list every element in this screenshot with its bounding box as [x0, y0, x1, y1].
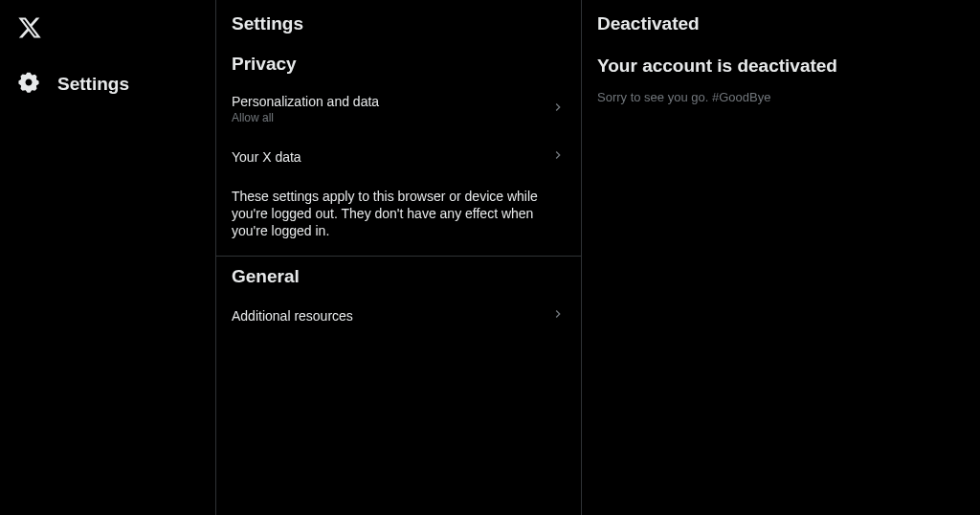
- your-x-data-row[interactable]: Your X data: [216, 136, 581, 178]
- settings-title: Settings: [232, 13, 566, 34]
- additional-resources-label: Additional resources: [232, 308, 353, 324]
- chevron-right-icon: [550, 147, 566, 167]
- additional-resources-row[interactable]: Additional resources: [216, 295, 581, 337]
- chevron-right-icon: [550, 306, 566, 325]
- personalization-sublabel: Allow all: [232, 111, 379, 124]
- detail-column: Deactivated Your account is deactivated …: [582, 0, 980, 515]
- sidebar-item-label: Settings: [57, 74, 129, 95]
- sidebar-item-settings[interactable]: Settings: [11, 63, 215, 105]
- privacy-explain: These settings apply to this browser or …: [216, 178, 581, 256]
- x-logo-icon: [17, 15, 42, 40]
- settings-column: Settings Privacy Personalization and dat…: [216, 0, 582, 515]
- settings-header: Settings: [216, 0, 581, 44]
- personalization-label: Personalization and data: [232, 94, 379, 109]
- personalization-text: Personalization and data Allow all: [232, 94, 379, 124]
- x-logo[interactable]: [11, 10, 215, 50]
- personalization-row[interactable]: Personalization and data Allow all: [216, 82, 581, 136]
- detail-title: Deactivated: [597, 13, 965, 34]
- detail-subtitle: Your account is deactivated: [597, 56, 965, 77]
- additional-resources-text: Additional resources: [232, 308, 353, 324]
- privacy-heading: Privacy: [216, 44, 581, 82]
- detail-body: Sorry to see you go. #GoodBye: [597, 90, 965, 104]
- general-heading: General: [216, 257, 581, 295]
- your-x-data-label: Your X data: [232, 149, 301, 165]
- your-x-data-text: Your X data: [232, 149, 301, 165]
- gear-icon: [17, 71, 40, 98]
- sidebar: Settings: [0, 0, 216, 515]
- chevron-right-icon: [550, 100, 566, 119]
